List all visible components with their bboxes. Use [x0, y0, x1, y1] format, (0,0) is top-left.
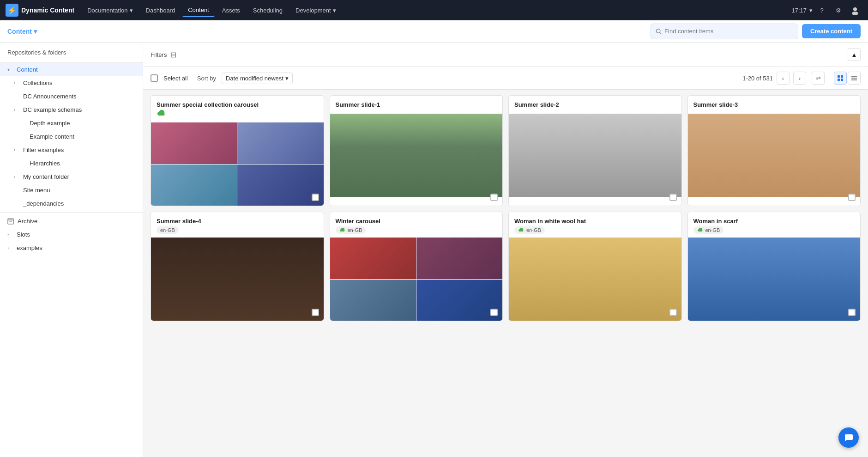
card-image-grid: [151, 122, 324, 206]
grid-view-button[interactable]: [834, 72, 847, 85]
help-icon[interactable]: ?: [814, 3, 829, 18]
content-card-5[interactable]: Winter carousel en-GB: [330, 212, 503, 321]
card-title: Summer special collection carousel: [157, 101, 318, 108]
search-input[interactable]: [664, 28, 793, 35]
card-image-grid: [330, 238, 503, 321]
card-header: Woman in scarf en-GB: [688, 212, 861, 238]
prev-page-button[interactable]: ‹: [777, 72, 790, 85]
card-header: Summer slide-2: [509, 96, 681, 114]
sidebar-item-filter-examples[interactable]: › Filter examples: [0, 143, 143, 157]
user-avatar[interactable]: [848, 3, 862, 18]
chevron-right-icon: ›: [7, 232, 14, 237]
sidebar-item-dc-example-schemas[interactable]: › DC example schemas: [0, 103, 143, 116]
content-card-4[interactable]: Summer slide-4 en-GB: [151, 212, 324, 321]
search-icon: [656, 28, 662, 35]
card-header: Winter carousel en-GB: [330, 212, 503, 238]
collapse-button[interactable]: ▲: [848, 48, 861, 61]
select-all-checkbox[interactable]: [151, 74, 158, 82]
sidebar-item-content[interactable]: ▾ Content: [0, 63, 143, 76]
nav-documentation[interactable]: Documentation ▾: [82, 4, 138, 17]
cloud-icon: [697, 228, 704, 232]
content-breadcrumb[interactable]: Content ▾: [7, 28, 37, 35]
nav-dashboard[interactable]: Dashboard: [140, 4, 181, 17]
svg-rect-7: [838, 75, 840, 78]
chevron-right-icon: ›: [14, 80, 20, 85]
card-title: Woman in white wool hat: [514, 218, 676, 225]
chevron-down-icon: ▾: [130, 7, 133, 14]
svg-point-1: [852, 12, 858, 15]
app-name: Dynamic Content: [21, 6, 74, 14]
sidebar-item-archive[interactable]: Archive: [0, 214, 143, 228]
card-title: Summer slide-1: [336, 101, 497, 108]
content-card-6[interactable]: Woman in white wool hat en-GB: [508, 212, 682, 321]
svg-line-3: [660, 32, 661, 34]
nav-time: 17:17 ▾: [791, 7, 813, 14]
cloud-icon: [518, 228, 524, 232]
list-view-button[interactable]: [848, 72, 861, 85]
nav-content[interactable]: Content: [182, 4, 215, 17]
archive-icon: [7, 218, 14, 225]
nav-development[interactable]: Development ▾: [290, 4, 342, 17]
select-all-label[interactable]: Select all: [163, 75, 188, 82]
card-title: Summer slide-3: [693, 101, 855, 108]
sort-by-label: Sort by: [197, 75, 216, 82]
sidebar-item-my-content-folder[interactable]: › My content folder: [0, 170, 143, 183]
sidebar-item-site-menu[interactable]: Site menu: [0, 183, 143, 197]
settings-icon[interactable]: ⚙: [831, 3, 846, 18]
main-layout: Repositories & folders ▾ Content › Colle…: [0, 43, 868, 457]
sort-select[interactable]: Date modified newest ▾: [222, 73, 293, 84]
sidebar-item-dc-announcements[interactable]: DC Announcements: [0, 90, 143, 103]
card-checkbox[interactable]: [490, 194, 498, 201]
content-card-1[interactable]: Summer slide-1: [330, 95, 503, 206]
locale-badge: en-GB: [157, 226, 179, 234]
card-title: Winter carousel: [336, 218, 497, 225]
chevron-right-icon: ›: [14, 107, 20, 112]
sidebar-item-depth-example[interactable]: Depth example: [0, 116, 143, 130]
sidebar-item-example-content[interactable]: Example content: [0, 130, 143, 143]
content-card-3[interactable]: Summer slide-3: [687, 95, 861, 206]
create-content-button[interactable]: Create content: [802, 24, 861, 38]
chevron-right-icon: ›: [14, 147, 20, 152]
next-page-button[interactable]: ›: [793, 72, 806, 85]
locale-badge: en-GB: [693, 226, 724, 234]
content-grid: Summer special collection carousel: [151, 95, 861, 321]
top-navigation: ⚡ Dynamic Content Documentation ▾ Dashbo…: [0, 0, 868, 20]
filter-settings-button[interactable]: ⇌: [812, 72, 825, 85]
sidebar-item-slots[interactable]: › Slots: [0, 228, 143, 241]
nav-assets[interactable]: Assets: [217, 4, 246, 17]
grid-icon: [837, 75, 844, 81]
sidebar-item-hierarchies[interactable]: Hierarchies: [0, 157, 143, 170]
chat-button[interactable]: [838, 427, 859, 448]
logo-icon: ⚡: [6, 4, 18, 17]
card-header: Summer slide-4 en-GB: [151, 212, 324, 238]
chevron-down-icon: ▾: [34, 28, 37, 35]
chat-icon: [844, 433, 854, 443]
nav-scheduling[interactable]: Scheduling: [247, 4, 288, 17]
locale-badge: en-GB: [514, 226, 545, 234]
content-card-7[interactable]: Woman in scarf en-GB: [687, 212, 861, 321]
card-image: [688, 238, 861, 321]
sidebar-item-collections[interactable]: › Collections: [0, 76, 143, 90]
card-checkbox[interactable]: [312, 194, 319, 201]
card-title: Summer slide-4: [157, 218, 318, 225]
card-checkbox[interactable]: [848, 194, 856, 201]
card-checkbox[interactable]: [669, 309, 677, 316]
locale-badge: en-GB: [336, 226, 366, 234]
search-bar[interactable]: [651, 24, 798, 39]
chevron-down-icon: ▾: [285, 75, 289, 82]
sidebar-item-examples[interactable]: › examples: [0, 241, 143, 255]
card-checkbox[interactable]: [312, 309, 319, 316]
card-checkbox[interactable]: [490, 309, 498, 316]
filter-icon[interactable]: ⊟: [170, 50, 176, 59]
chevron-down-icon: ▾: [7, 67, 14, 72]
filters-label: Filters: [151, 51, 167, 58]
sidebar-section-main: ▾ Content › Collections DC Announcements…: [0, 63, 143, 255]
content-card-0[interactable]: Summer special collection carousel: [151, 95, 324, 206]
card-checkbox[interactable]: [669, 194, 677, 201]
sidebar-item-dependancies[interactable]: _dependancies: [0, 197, 143, 210]
svg-rect-10: [841, 79, 843, 81]
content-card-2[interactable]: Summer slide-2: [508, 95, 682, 206]
card-checkbox[interactable]: [848, 309, 856, 316]
svg-rect-5: [8, 219, 13, 220]
sidebar-divider: [0, 212, 143, 213]
